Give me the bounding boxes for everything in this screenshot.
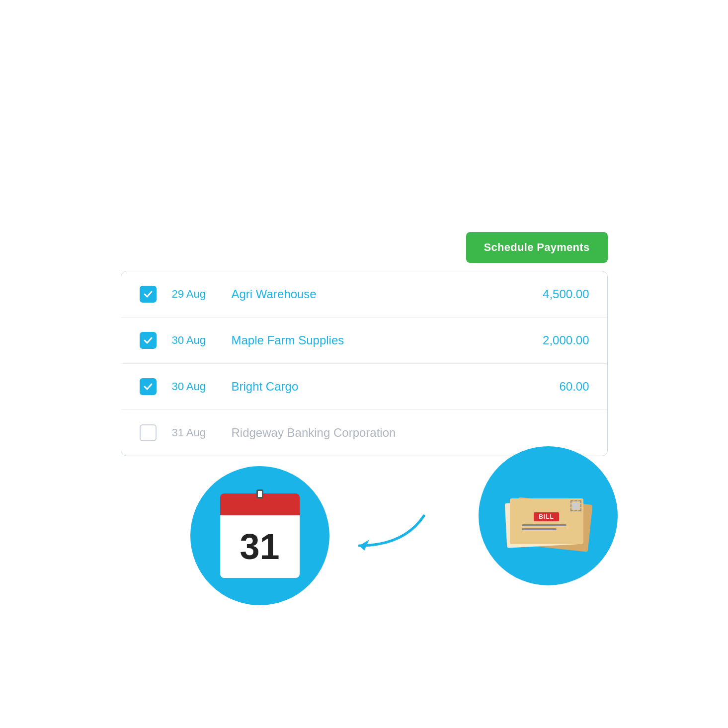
bill-lines [522, 524, 571, 530]
checkbox-checked-icon [140, 332, 157, 349]
payment-name-3: Bright Cargo [232, 380, 515, 394]
payment-date-3: 30 Aug [172, 380, 217, 393]
checkbox-bright-cargo[interactable] [139, 378, 157, 396]
bills-icon: BILL [506, 484, 590, 548]
payment-row: 30 Aug Maple Farm Supplies 2,000.00 [121, 318, 607, 364]
calendar-icon: 31 [220, 493, 300, 578]
bills-circle: BILL [479, 446, 618, 585]
bill-line [522, 524, 566, 526]
checkbox-checked-icon [140, 286, 157, 303]
calendar-body: 31 [220, 515, 300, 578]
bill-line [522, 528, 557, 530]
bill-front: BILL [510, 498, 583, 544]
calendar-spiral [256, 489, 263, 498]
payment-amount-3: 60.00 [530, 380, 589, 394]
payment-name-2: Maple Farm Supplies [232, 333, 515, 347]
payment-name-1: Agri Warehouse [232, 287, 515, 301]
payment-row: 29 Aug Agri Warehouse 4,500.00 [121, 271, 607, 318]
checkbox-maple-farm[interactable] [139, 331, 157, 349]
bill-stamp-inner [572, 502, 579, 509]
checkbox-ridgeway[interactable] [139, 424, 157, 442]
checkbox-agri-warehouse[interactable] [139, 285, 157, 303]
payment-list-card: 29 Aug Agri Warehouse 4,500.00 30 Aug Ma… [121, 271, 608, 456]
calendar-day: 31 [240, 529, 279, 565]
payment-name-4: Ridgeway Banking Corporation [232, 426, 515, 440]
schedule-btn-row: Schedule Payments [121, 232, 608, 263]
schedule-payments-button[interactable]: Schedule Payments [466, 232, 608, 263]
calendar-top [220, 493, 300, 515]
bill-stamp [570, 500, 581, 511]
calendar-circle: 31 [190, 466, 329, 605]
checkbox-checked-icon [140, 378, 157, 395]
payment-row: 30 Aug Bright Cargo 60.00 [121, 364, 607, 410]
arrow-wrap [334, 506, 434, 556]
checkbox-unchecked-icon [140, 424, 157, 441]
payment-date-2: 30 Aug [172, 334, 217, 347]
content-area: Schedule Payments 29 Aug Agri Warehouse … [121, 232, 608, 456]
bill-label: BILL [534, 512, 559, 521]
page-wrapper: Schedule Payments 29 Aug Agri Warehouse … [0, 0, 728, 728]
payment-date-1: 29 Aug [172, 288, 217, 301]
payment-amount-1: 4,500.00 [530, 287, 589, 301]
payment-date-4: 31 Aug [172, 426, 217, 439]
payment-amount-2: 2,000.00 [530, 333, 589, 347]
